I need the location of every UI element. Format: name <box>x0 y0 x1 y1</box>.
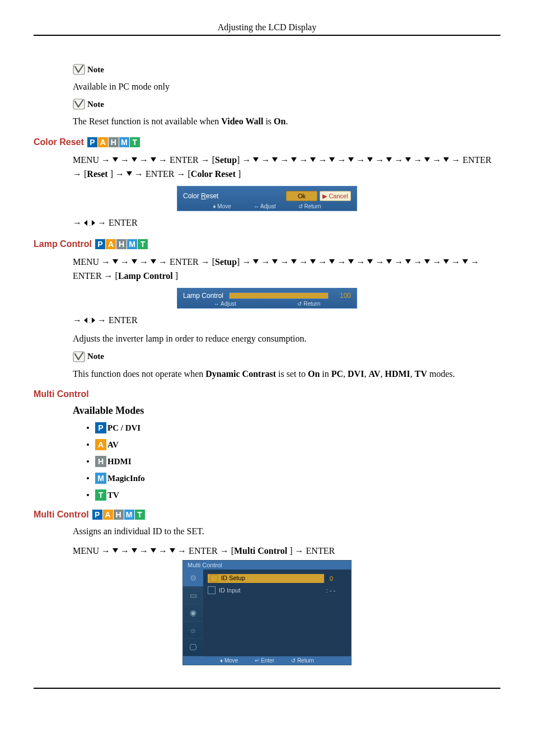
osd-slider-value: 100 <box>334 292 351 300</box>
down-arrow-icon <box>405 259 411 265</box>
down-arrow-icon <box>348 157 354 163</box>
list-item: PPC / DVI <box>95 422 500 433</box>
down-arrow-icon <box>443 157 449 163</box>
multi-description: Assigns an individual ID to the SET. <box>73 525 500 538</box>
mode-tags: P A H M T <box>87 137 140 147</box>
note-text-2: The Reset function is not available when… <box>73 115 500 128</box>
down-arrow-icon <box>127 171 132 177</box>
osd-footer-enter: ↵ Enter <box>255 657 274 664</box>
osd-help-adjust: ↔ Adjust <box>254 203 276 209</box>
tag-t-icon: T <box>135 510 145 520</box>
note-text-3: This function does not operate when Dyna… <box>73 368 500 380</box>
note-block-3: Note <box>73 351 500 362</box>
osd-help-adjust: ↔ Adjust <box>214 301 236 307</box>
osd-side-icon[interactable]: 🖵 <box>183 639 203 656</box>
tag-h-icon: H <box>116 239 127 249</box>
nav-path-color-reset: MENU → → → → ENTER → [Setup] → → → → → →… <box>73 153 500 181</box>
down-arrow-icon <box>132 548 137 554</box>
left-right-arrow-icon <box>84 220 95 226</box>
osd-side-icon[interactable]: ◉ <box>183 604 203 622</box>
tag-p-icon: P <box>87 137 97 147</box>
note-label: Note <box>87 65 104 74</box>
tag-t-icon: T <box>95 489 106 501</box>
osd-side-icon[interactable]: ⚙ <box>183 570 203 587</box>
down-arrow-icon <box>272 259 278 265</box>
down-arrow-icon <box>348 259 354 265</box>
list-item: MMagicInfo <box>95 473 500 484</box>
list-item: TTV <box>95 489 500 501</box>
mode-tags: P A H M T <box>95 239 148 249</box>
down-arrow-icon <box>386 259 392 265</box>
osd-help-return: ↺ Return <box>297 301 320 307</box>
down-arrow-icon <box>151 259 156 265</box>
page-header: Adjusting the LCD Display <box>34 22 500 32</box>
down-arrow-icon <box>151 157 156 163</box>
osd-ok-button[interactable]: Ok <box>286 191 317 201</box>
note-block-2: Note <box>73 99 500 110</box>
tag-a-icon: A <box>98 137 108 147</box>
tag-p-icon: P <box>95 239 105 249</box>
down-arrow-icon <box>424 157 430 163</box>
down-arrow-icon <box>310 259 316 265</box>
mode-tags: P A H M T <box>92 510 146 520</box>
osd-dialog-label: Color Reset <box>183 192 284 200</box>
down-arrow-icon <box>113 157 118 163</box>
sub-heading-available-modes: Available Modes <box>73 405 500 417</box>
down-arrow-icon <box>170 548 175 554</box>
osd-color-reset-dialog: Color Reset Ok ▶ Cancel ♦ Move ↔ Adjust … <box>177 186 357 211</box>
note-icon <box>73 99 85 110</box>
nav-path-enter: → → ENTER <box>73 216 500 230</box>
down-arrow-icon <box>424 259 430 265</box>
down-arrow-icon <box>253 259 259 265</box>
down-arrow-icon <box>253 157 259 163</box>
osd-side-icon[interactable]: ▭ <box>183 587 203 604</box>
down-arrow-icon <box>113 259 118 265</box>
osd-footer-move: ♦ Move <box>220 657 238 664</box>
down-arrow-icon <box>462 259 468 265</box>
tag-a-icon: A <box>95 439 106 450</box>
heading-multi-control-2: Multi Control P A H M T <box>34 510 500 520</box>
osd-side-icon[interactable]: ☼ <box>183 622 203 639</box>
down-arrow-icon <box>405 157 411 163</box>
down-arrow-icon <box>113 548 118 554</box>
note-text-1: Available in PC mode only <box>73 81 500 93</box>
tag-m-icon: M <box>119 137 129 147</box>
down-arrow-icon <box>386 157 392 163</box>
osd-help-move: ♦ Move <box>213 203 231 209</box>
note-block-1: Note <box>73 64 500 75</box>
down-arrow-icon <box>329 259 335 265</box>
osd-slider-bar[interactable] <box>229 292 329 299</box>
note-label: Note <box>87 352 104 361</box>
note-icon <box>73 64 85 75</box>
down-arrow-icon <box>443 259 449 265</box>
osd-row-id-setup[interactable]: ID Setup : 0 <box>208 574 346 583</box>
heading-multi-control: Multi Control <box>34 389 500 399</box>
down-arrow-icon <box>367 259 373 265</box>
tag-a-icon: A <box>106 239 116 249</box>
available-modes-list: PPC / DVI AAV HHDMI MMagicInfo TTV <box>95 422 500 501</box>
down-arrow-icon <box>291 157 297 163</box>
down-arrow-icon <box>310 157 316 163</box>
down-arrow-icon <box>151 548 156 554</box>
osd-footer-return: ↺ Return <box>291 657 314 664</box>
note-icon <box>73 351 85 362</box>
footer-rule <box>34 688 500 689</box>
down-arrow-icon <box>272 157 278 163</box>
tag-t-icon: T <box>138 239 148 249</box>
down-arrow-icon <box>132 259 137 265</box>
tag-a-icon: A <box>103 510 113 520</box>
list-item: HHDMI <box>95 456 500 467</box>
tag-h-icon: H <box>109 137 119 147</box>
header-rule <box>34 35 500 36</box>
osd-row-id-input[interactable]: ID Input : - - <box>208 586 346 594</box>
nav-path-enter: → → ENTER <box>73 313 500 328</box>
heading-lamp-control: Lamp Control P A H M T <box>34 239 500 249</box>
tag-p-icon: P <box>95 422 106 433</box>
note-label: Note <box>87 100 104 109</box>
down-arrow-icon <box>291 259 297 265</box>
osd-menu-title: Multi Control <box>183 561 351 570</box>
tag-t-icon: T <box>130 137 140 147</box>
nav-path-multi-control: MENU → → → → → ENTER → [Multi Control ] … <box>73 544 500 558</box>
tag-h-icon: H <box>114 510 124 520</box>
osd-cancel-button[interactable]: ▶ Cancel <box>320 191 351 201</box>
